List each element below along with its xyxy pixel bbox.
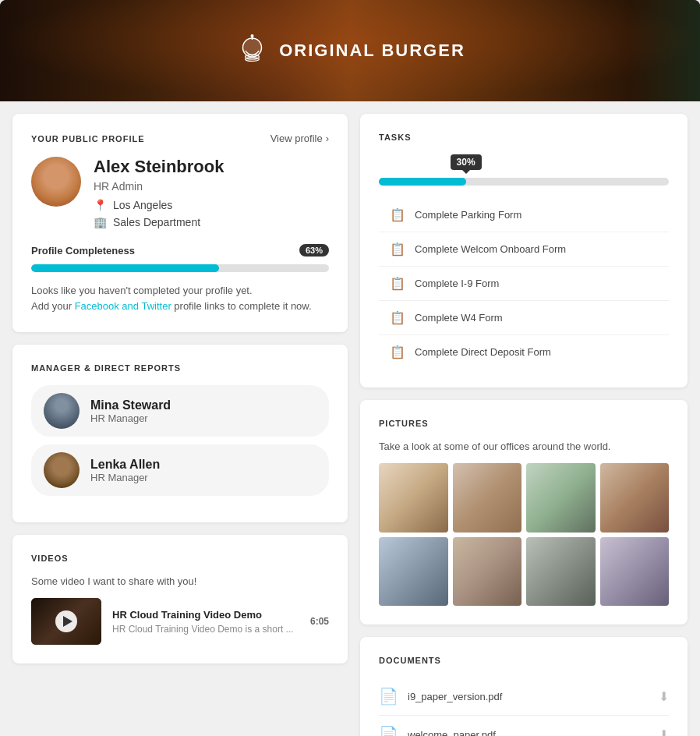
profile-meta: 📍 Los Angeles 🏢 Sales Department xyxy=(94,199,224,228)
tasks-progress-fill xyxy=(379,178,466,186)
tasks-section-label: TASKS xyxy=(379,133,669,142)
play-button[interactable] xyxy=(55,610,77,632)
task-item-0[interactable]: 📋 Complete Parking Form xyxy=(379,198,669,232)
tasks-progress-bubble: 30% xyxy=(451,154,482,170)
public-profile-card: YOUR PUBLIC PROFILE View profile › Alex … xyxy=(12,114,348,332)
avatar xyxy=(31,157,81,207)
profile-name: Alex Steinbrook xyxy=(94,157,224,177)
doc-item-0: 📄 i9_paper_version.pdf ⬇ xyxy=(379,678,669,716)
pictures-grid xyxy=(379,463,669,606)
social-links[interactable]: Facebook and Twitter xyxy=(75,300,171,312)
location-item: 📍 Los Angeles xyxy=(94,199,224,211)
play-icon xyxy=(63,616,72,627)
task-list: 📋 Complete Parking Form 📋 Complete Welco… xyxy=(379,198,669,369)
picture-5[interactable] xyxy=(379,537,448,607)
profile-completeness: Profile Completeness 63% Looks like you … xyxy=(31,244,329,313)
right-column: TASKS 30% 📋 Complete Parking Form 📋 xyxy=(360,114,688,736)
manager-avatar-0 xyxy=(44,393,80,429)
completeness-progress-track xyxy=(31,264,329,272)
brand-logo: ORIGINAL BURGER xyxy=(235,34,465,69)
task-icon-1: 📋 xyxy=(390,242,405,257)
building-icon: 🏢 xyxy=(94,216,107,228)
completeness-badge: 63% xyxy=(299,244,329,257)
view-profile-link[interactable]: View profile › xyxy=(270,133,329,144)
header: ORIGINAL BURGER xyxy=(0,0,700,101)
location-icon: 📍 xyxy=(94,199,107,211)
task-item-1[interactable]: 📋 Complete Welcom Onboard Form xyxy=(379,232,669,267)
videos-section-label: VIDEOS xyxy=(31,554,329,563)
task-icon-2: 📋 xyxy=(390,276,405,291)
videos-card: VIDEOS Some video I want to share with y… xyxy=(12,535,348,663)
completeness-note: Looks like you haven't completed your pr… xyxy=(31,283,329,313)
completeness-progress-fill xyxy=(31,264,219,272)
pictures-desc: Take a look at some of our offices aroun… xyxy=(379,441,669,452)
tasks-progress-container: 30% xyxy=(379,154,669,186)
manager-card: MANAGER & DIRECT REPORTS Mina Steward HR… xyxy=(12,345,348,522)
picture-4[interactable] xyxy=(600,463,670,533)
video-thumbnail xyxy=(31,598,101,645)
manager-info-0: Mina Steward HR Manager xyxy=(90,398,171,424)
task-label-0: Complete Parking Form xyxy=(415,209,521,221)
video-title: HR Cloud Training Video Demo xyxy=(112,609,299,621)
doc-item-1: 📄 welcome_paper.pdf ⬇ xyxy=(379,716,669,736)
svg-point-4 xyxy=(251,34,254,37)
task-label-3: Complete W4 Form xyxy=(415,312,503,324)
video-description: HR Cloud Training Video Demo is a short … xyxy=(112,624,299,635)
pictures-section-label: PICTURES xyxy=(379,419,669,428)
tasks-card: TASKS 30% 📋 Complete Parking Form 📋 xyxy=(360,114,688,387)
manager-name-1: Lenka Allen xyxy=(90,458,160,472)
picture-1[interactable] xyxy=(379,463,448,533)
picture-6[interactable] xyxy=(453,537,522,607)
completeness-label: Profile Completeness 63% xyxy=(31,244,329,257)
doc-name-1: welcome_paper.pdf xyxy=(408,729,649,737)
profile-details: Alex Steinbrook HR Admin 📍 Los Angeles 🏢… xyxy=(94,157,224,228)
task-label-2: Complete I-9 Form xyxy=(415,278,499,289)
documents-section-label: DOCUMENTS xyxy=(379,656,669,665)
tasks-progress-track xyxy=(379,178,669,186)
department-item: 🏢 Sales Department xyxy=(94,216,224,228)
manager-section-label: MANAGER & DIRECT REPORTS xyxy=(31,363,329,373)
manager-role-0: HR Manager xyxy=(90,412,171,424)
manager-item-0[interactable]: Mina Steward HR Manager xyxy=(31,385,329,437)
chevron-right-icon: › xyxy=(326,133,329,144)
videos-desc: Some video I want to share with you! xyxy=(31,575,329,587)
pictures-card: PICTURES Take a look at some of our offi… xyxy=(360,400,688,625)
task-item-3[interactable]: 📋 Complete W4 Form xyxy=(379,301,669,335)
burger-logo-icon xyxy=(235,34,270,69)
task-item-2[interactable]: 📋 Complete I-9 Form xyxy=(379,267,669,301)
task-icon-0: 📋 xyxy=(390,207,405,222)
manager-name-0: Mina Steward xyxy=(90,398,171,412)
video-duration: 6:05 xyxy=(310,616,329,627)
task-label-4: Complete Direct Deposit Form xyxy=(415,346,551,358)
profile-info: Alex Steinbrook HR Admin 📍 Los Angeles 🏢… xyxy=(31,157,329,228)
left-column: YOUR PUBLIC PROFILE View profile › Alex … xyxy=(12,114,348,736)
picture-8[interactable] xyxy=(600,537,670,607)
task-item-4[interactable]: 📋 Complete Direct Deposit Form xyxy=(379,335,669,369)
video-info: HR Cloud Training Video Demo HR Cloud Tr… xyxy=(112,609,299,635)
picture-3[interactable] xyxy=(526,463,596,533)
download-button-1[interactable]: ⬇ xyxy=(659,727,669,737)
task-icon-4: 📋 xyxy=(390,345,405,359)
picture-7[interactable] xyxy=(526,537,596,607)
pdf-icon-0: 📄 xyxy=(379,687,398,706)
profile-role: HR Admin xyxy=(94,180,224,193)
profile-section-label: YOUR PUBLIC PROFILE View profile › xyxy=(31,133,329,144)
manager-role-1: HR Manager xyxy=(90,472,160,483)
task-icon-3: 📋 xyxy=(390,310,405,325)
download-button-0[interactable]: ⬇ xyxy=(659,689,669,704)
doc-name-0: i9_paper_version.pdf xyxy=(408,691,649,702)
manager-info-1: Lenka Allen HR Manager xyxy=(90,458,160,483)
video-item[interactable]: HR Cloud Training Video Demo HR Cloud Tr… xyxy=(31,598,329,645)
manager-avatar-1 xyxy=(44,452,80,488)
main-content: YOUR PUBLIC PROFILE View profile › Alex … xyxy=(0,101,700,736)
pdf-icon-1: 📄 xyxy=(379,725,398,736)
brand-name: ORIGINAL BURGER xyxy=(279,41,465,61)
documents-card: DOCUMENTS 📄 i9_paper_version.pdf ⬇ 📄 wel… xyxy=(360,637,688,736)
manager-item-1[interactable]: Lenka Allen HR Manager xyxy=(31,444,329,496)
task-label-1: Complete Welcom Onboard Form xyxy=(415,243,566,255)
picture-2[interactable] xyxy=(453,463,522,533)
svg-point-2 xyxy=(246,57,260,61)
